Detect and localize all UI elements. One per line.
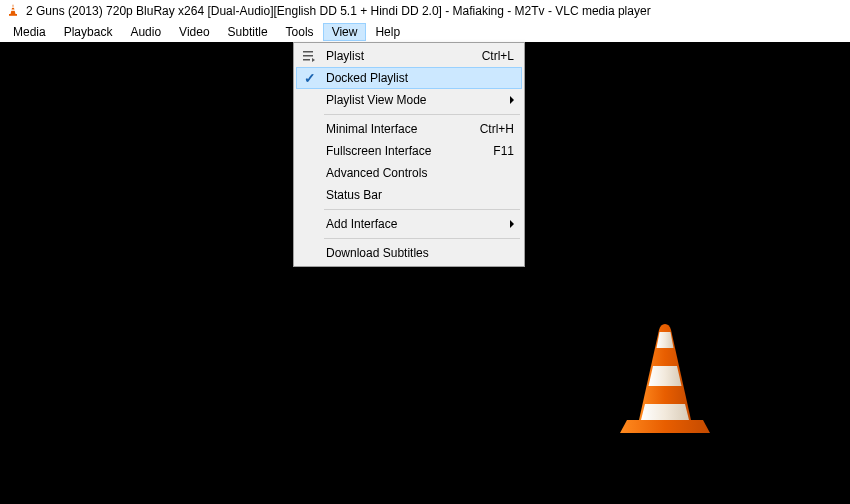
video-area: Playlist Ctrl+L ✓ Docked Playlist Playli… xyxy=(0,42,850,504)
menu-view[interactable]: View xyxy=(323,23,367,41)
svg-rect-2 xyxy=(9,14,17,16)
menuitem-label: Add Interface xyxy=(326,217,498,231)
menuitem-label: Docked Playlist xyxy=(326,71,514,85)
menuitem-docked-playlist[interactable]: ✓ Docked Playlist xyxy=(296,67,522,89)
vlc-cone-icon xyxy=(6,3,20,20)
svg-rect-4 xyxy=(303,55,313,57)
menuitem-download-subtitles[interactable]: Download Subtitles xyxy=(296,242,522,264)
menu-playback[interactable]: Playback xyxy=(55,23,122,41)
menuitem-shortcut: Ctrl+H xyxy=(480,122,514,136)
menuitem-label: Playlist xyxy=(326,49,470,63)
menu-help[interactable]: Help xyxy=(366,23,409,41)
menuitem-shortcut: Ctrl+L xyxy=(482,49,514,63)
playlist-icon xyxy=(300,47,318,65)
menuitem-minimal-interface[interactable]: Minimal Interface Ctrl+H xyxy=(296,118,522,140)
svg-rect-1 xyxy=(11,9,15,10)
menu-audio[interactable]: Audio xyxy=(121,23,170,41)
view-dropdown: Playlist Ctrl+L ✓ Docked Playlist Playli… xyxy=(293,42,525,267)
menu-separator xyxy=(324,209,520,210)
submenu-arrow-icon xyxy=(510,96,514,104)
menuitem-label: Download Subtitles xyxy=(326,246,514,260)
svg-rect-3 xyxy=(303,51,313,53)
menuitem-label: Minimal Interface xyxy=(326,122,468,136)
menuitem-playlist[interactable]: Playlist Ctrl+L xyxy=(296,45,522,67)
menuitem-add-interface[interactable]: Add Interface xyxy=(296,213,522,235)
check-icon: ✓ xyxy=(301,69,319,87)
menuitem-label: Status Bar xyxy=(326,188,514,202)
menuitem-label: Playlist View Mode xyxy=(326,93,498,107)
menu-video[interactable]: Video xyxy=(170,23,218,41)
menu-media[interactable]: Media xyxy=(4,23,55,41)
window-title: 2 Guns (2013) 720p BluRay x264 [Dual-Aud… xyxy=(26,4,651,18)
vlc-logo-icon xyxy=(615,320,715,440)
menuitem-label: Fullscreen Interface xyxy=(326,144,481,158)
menuitem-shortcut: F11 xyxy=(493,144,514,158)
menu-subtitle[interactable]: Subtitle xyxy=(219,23,277,41)
svg-rect-5 xyxy=(303,59,310,61)
menu-separator xyxy=(324,114,520,115)
svg-rect-0 xyxy=(11,6,14,7)
menuitem-fullscreen-interface[interactable]: Fullscreen Interface F11 xyxy=(296,140,522,162)
submenu-arrow-icon xyxy=(510,220,514,228)
menuitem-status-bar[interactable]: Status Bar xyxy=(296,184,522,206)
menuitem-advanced-controls[interactable]: Advanced Controls xyxy=(296,162,522,184)
menuitem-label: Advanced Controls xyxy=(326,166,514,180)
menubar: Media Playback Audio Video Subtitle Tool… xyxy=(0,22,850,42)
titlebar: 2 Guns (2013) 720p BluRay x264 [Dual-Aud… xyxy=(0,0,850,22)
menu-separator xyxy=(324,238,520,239)
menuitem-playlist-view-mode[interactable]: Playlist View Mode xyxy=(296,89,522,111)
menu-tools[interactable]: Tools xyxy=(277,23,323,41)
